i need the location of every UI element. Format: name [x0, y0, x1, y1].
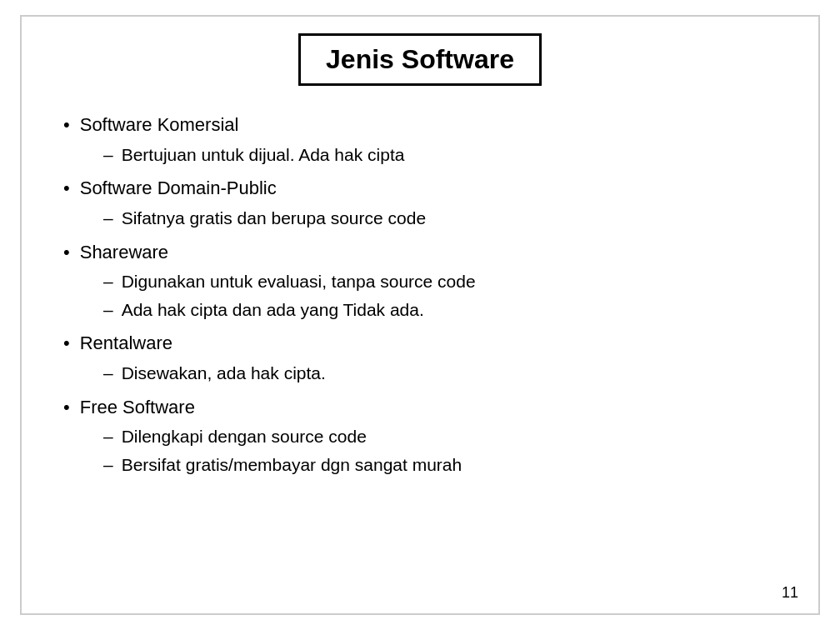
sub-dash: – [103, 205, 113, 232]
sub-item: – Bersifat gratis/membayar dgn sangat mu… [103, 452, 793, 478]
sub-items: – Disewakan, ada hak cipta. [103, 360, 793, 387]
bullet-main: • Free Software [63, 395, 793, 421]
slide-content: • Software Komersial – Bertujuan untuk d… [47, 106, 793, 588]
sub-text: Sifatnya gratis dan berupa source code [122, 205, 426, 232]
bullet-text: Shareware [80, 240, 168, 266]
bullet-text: Rentalware [80, 331, 172, 357]
sub-text: Bersifat gratis/membayar dgn sangat mura… [122, 452, 462, 478]
list-item: • Software Komersial – Bertujuan untuk d… [63, 112, 793, 168]
bullet-dot: • [63, 176, 70, 202]
sub-items: – Sifatnya gratis dan berupa source code [103, 205, 793, 232]
sub-dash: – [103, 360, 113, 387]
list-item: • Free Software – Dilengkapi dengan sour… [63, 395, 793, 478]
sub-item: – Disewakan, ada hak cipta. [103, 360, 793, 387]
list-item: • Software Domain-Public – Sifatnya grat… [63, 176, 793, 231]
sub-item: – Sifatnya gratis dan berupa source code [103, 205, 793, 232]
sub-text: Digunakan untuk evaluasi, tanpa source c… [122, 268, 476, 295]
slide-number: 11 [782, 584, 798, 602]
list-item: • Rentalware – Disewakan, ada hak cipta. [63, 331, 793, 386]
bullet-text: Free Software [80, 395, 195, 421]
sub-text: Dilengkapi dengan source code [122, 423, 367, 450]
sub-item: – Digunakan untuk evaluasi, tanpa source… [103, 268, 793, 295]
sub-item: – Dilengkapi dengan source code [103, 423, 793, 450]
bullet-main: • Software Domain-Public [63, 176, 793, 202]
bullet-dot: • [63, 112, 70, 138]
bullet-text: Software Komersial [80, 112, 239, 138]
sub-dash: – [103, 142, 113, 168]
bullet-main: • Rentalware [63, 331, 793, 357]
title-box: Jenis Software [298, 33, 542, 86]
sub-dash: – [103, 268, 113, 295]
list-item: • Shareware – Digunakan untuk evaluasi, … [63, 240, 793, 323]
sub-dash: – [103, 297, 113, 323]
sub-item: – Ada hak cipta dan ada yang Tidak ada. [103, 297, 793, 323]
bullet-dot: • [63, 395, 70, 421]
bullet-text: Software Domain-Public [80, 176, 277, 202]
slide: Jenis Software • Software Komersial – Be… [20, 15, 820, 615]
slide-title: Jenis Software [326, 44, 514, 74]
bullet-dot: • [63, 331, 70, 357]
bullet-main: • Shareware [63, 240, 793, 266]
sub-dash: – [103, 452, 113, 478]
sub-dash: – [103, 423, 113, 450]
sub-text: Disewakan, ada hak cipta. [122, 360, 326, 387]
sub-text: Bertujuan untuk dijual. Ada hak cipta [122, 142, 405, 168]
sub-items: – Bertujuan untuk dijual. Ada hak cipta [103, 142, 793, 168]
bullet-main: • Software Komersial [63, 112, 793, 138]
sub-text: Ada hak cipta dan ada yang Tidak ada. [122, 297, 424, 323]
sub-items: – Digunakan untuk evaluasi, tanpa source… [103, 268, 793, 322]
bullet-dot: • [63, 240, 70, 266]
sub-item: – Bertujuan untuk dijual. Ada hak cipta [103, 142, 793, 168]
sub-items: – Dilengkapi dengan source code – Bersif… [103, 423, 793, 478]
